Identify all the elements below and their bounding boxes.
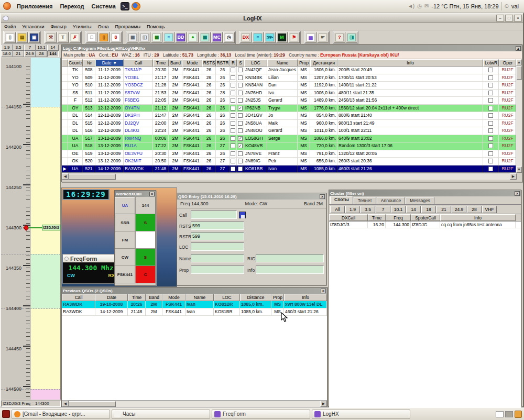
checkbox[interactable] <box>488 68 493 72</box>
cluster-column-SpoterCall[interactable]: SpoterCall <box>411 214 440 221</box>
column-header-Oper[interactable]: Oper <box>499 59 517 67</box>
volume-icon[interactable]: ◄) <box>408 3 414 9</box>
checkbox[interactable] <box>238 68 243 72</box>
worked-status-FM[interactable] <box>135 231 156 249</box>
clock-weather-applet[interactable]: -12 °C Птн, 15 Янв, 18:29 <box>431 3 498 9</box>
mc-button[interactable]: MC <box>211 32 223 43</box>
cluster-band-7[interactable]: 7 <box>376 206 390 213</box>
worked-prefix-button[interactable]: UA <box>115 197 135 214</box>
checkbox[interactable] <box>231 113 235 118</box>
save-log-button[interactable]: ▣ <box>28 32 40 43</box>
column-header-RSTS[interactable]: RSTS <box>202 59 216 67</box>
tab-Messages[interactable]: Messages <box>406 197 434 204</box>
column-header-Date[interactable]: Date ▼ <box>95 59 124 67</box>
scroll-right-icon[interactable]: ▶ <box>320 401 327 407</box>
call-input[interactable] <box>191 211 237 219</box>
prev-column-LOC[interactable]: LOC <box>214 294 240 301</box>
freqform-titlebar[interactable]: FreqForm <box>63 255 119 262</box>
exit-button[interactable]: ◨ <box>346 32 357 43</box>
table-row[interactable]: F51211-12-2009F6BEG22:052MFSK4412626JN25… <box>62 97 522 105</box>
rsts-input[interactable]: 599 <box>191 222 244 230</box>
previous-qsos-titlebar[interactable]: Previous QSOs (2 QSOs) × <box>62 288 327 294</box>
cluster-band-18[interactable]: 18 <box>421 206 436 213</box>
column-header-Band[interactable]: Band <box>169 59 182 67</box>
checkbox[interactable] <box>231 91 235 95</box>
checkbox[interactable] <box>488 167 493 171</box>
cluster-column-Time[interactable]: Time <box>368 214 386 221</box>
table-row[interactable]: DL51412-12-2009DK2PH21:472MFSK4412626JO4… <box>62 112 522 120</box>
band-button-14[interactable]: 14 <box>47 45 59 51</box>
prev-column-Mode[interactable]: Mode <box>162 294 185 301</box>
band-button-24.9[interactable]: 24.9 <box>24 51 36 57</box>
spot-pin-button[interactable]: ⚑ <box>288 32 300 43</box>
desktop-menu-Переход[interactable]: Переход <box>60 3 84 9</box>
cluster-band-3.5[interactable]: 3.5 <box>361 206 375 213</box>
checkbox[interactable] <box>238 83 243 87</box>
column-header-Country[interactable]: Country <box>68 59 83 67</box>
checkbox[interactable] <box>238 113 243 118</box>
checkbox[interactable] <box>238 128 243 133</box>
checkbox[interactable] <box>231 143 235 148</box>
column-header-Mode[interactable]: Mode <box>182 59 202 67</box>
prev-column-Call[interactable]: Call <box>62 294 95 301</box>
tab-Телнет[interactable]: Телнет <box>354 197 376 204</box>
table-row[interactable]: OE51913-12-2009OE3VFU20:302MFSK4412626JN… <box>62 150 522 158</box>
checkbox[interactable] <box>231 98 235 103</box>
table-row[interactable]: ▶UA52114-12-2009RA3WDK21:482MFSK4412627K… <box>62 165 522 173</box>
desktop-menu-Приложения[interactable]: Приложения <box>17 3 52 9</box>
clock-tool-button[interactable]: ◷ <box>223 32 235 43</box>
cluster-titlebar[interactable]: Cluster (filter on) × <box>329 190 521 196</box>
prev-column-Prop[interactable]: Prop <box>271 294 284 301</box>
terminal-launcher-icon[interactable]: >_ <box>121 2 129 10</box>
notification-icon[interactable]: ◷ <box>417 3 422 9</box>
column-header-LOC[interactable]: LOC <box>244 59 267 67</box>
checkbox[interactable] <box>231 106 235 110</box>
window-button[interactable]: □ <box>86 32 97 43</box>
workspace-2[interactable] <box>505 411 513 417</box>
edit-table-button[interactable]: ▦ <box>151 32 162 43</box>
checkbox[interactable] <box>238 91 243 95</box>
cluster-column-DXCall[interactable]: DXCall <box>329 214 368 221</box>
table-row[interactable]: TK50811-12-2009TK5JJ/P20:302MFSK4412626J… <box>62 67 522 74</box>
taskbar-button-LogHX[interactable]: LogHX <box>312 410 410 419</box>
menu-Программы[interactable]: Программы <box>115 24 140 29</box>
spot-marker-label[interactable]: IZ8DJG/3 <box>42 225 60 230</box>
edit-qso-button[interactable]: Т <box>57 32 69 43</box>
dx-button[interactable]: DX <box>240 32 252 43</box>
band-button-10.1[interactable]: 10.1 <box>36 45 47 51</box>
previous-qsos-close-icon[interactable]: × <box>321 289 326 293</box>
menu-Установки[interactable]: Установки <box>22 24 44 29</box>
checkbox[interactable] <box>231 75 235 80</box>
prev-column-Band[interactable]: Band <box>146 294 162 301</box>
cluster-spot-row[interactable]: IZ8DJG/316.20144.300IZ8DJGcq cq from jn6… <box>329 222 521 228</box>
journal-button[interactable]: ▯ <box>98 32 110 43</box>
checkbox-checked[interactable]: ✓ <box>238 106 243 110</box>
checkbox[interactable] <box>238 167 243 171</box>
rig-input[interactable] <box>256 254 324 262</box>
close-button[interactable]: × <box>514 15 522 21</box>
cluster-column-Freq[interactable]: Freq <box>386 214 411 221</box>
distro-logo-icon[interactable] <box>3 2 11 10</box>
table-row[interactable]: DL51612-12-2009DL4KG22:242MFSK4412626JN4… <box>62 127 522 135</box>
checkbox[interactable] <box>488 136 493 141</box>
band-button-7[interactable]: 7 <box>24 45 36 51</box>
log-window-collapse-icon[interactable]: ▲ <box>516 46 521 51</box>
checkbox[interactable] <box>488 106 493 110</box>
telnet-button[interactable]: ⋙ <box>264 32 276 43</box>
checkbox[interactable] <box>488 121 493 126</box>
table-row[interactable]: OY51312-12-2009OY4TN21:122MFSK4412626✓IP… <box>62 105 522 113</box>
log-window-titlebar[interactable]: Log: C:\Program Files\LogHX\LogVHF.lhx ▲ <box>62 45 522 51</box>
checkbox[interactable] <box>231 68 235 72</box>
help-button[interactable]: ? <box>334 32 345 43</box>
prev-column-Name[interactable]: Name <box>185 294 214 301</box>
column-header-Prop[interactable]: Prop <box>298 59 310 67</box>
checkbox[interactable] <box>238 98 243 103</box>
band-button-28[interactable]: 28 <box>36 51 47 57</box>
menu-Окна[interactable]: Окна <box>98 24 109 29</box>
loghx-titlebar[interactable]: LogHX – □ × <box>1 14 523 23</box>
column-header-№[interactable]: № <box>83 59 95 67</box>
column-header-R[interactable]: R <box>230 59 237 67</box>
taskbar-button-FreqForm[interactable]: FreqForm <box>212 410 310 419</box>
column-header-LotwR[interactable]: LotwR <box>483 59 499 67</box>
scroll-left-icon[interactable]: ◀ <box>62 173 69 180</box>
